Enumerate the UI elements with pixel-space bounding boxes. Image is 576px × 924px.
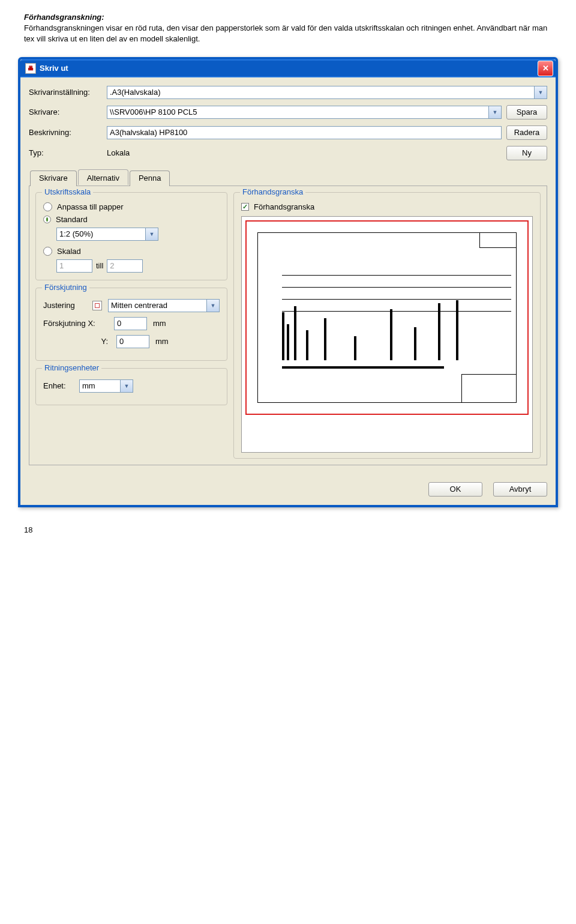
delete-button[interactable]: Radera [506, 125, 547, 140]
printer-value: \\SRV006\HP 8100 PCL5 [110, 107, 197, 116]
chevron-down-icon[interactable] [534, 86, 547, 98]
scale-to-input[interactable]: 2 [107, 259, 143, 273]
legend-offset: Förskjutning [42, 283, 89, 292]
radio-scaled[interactable] [43, 247, 52, 256]
dialog-title: Skriv ut [40, 64, 68, 73]
center-icon [92, 301, 102, 310]
preview-area [241, 216, 533, 453]
ok-button[interactable]: OK [428, 482, 482, 497]
radio-standard-label: Standard [56, 215, 88, 224]
justify-select[interactable]: Mitten centrerad [108, 299, 220, 312]
scale-value: 1:2 (50%) [59, 229, 93, 238]
group-scale: Utskriftsskala Anpassa till papper Stand… [35, 192, 227, 280]
label-printer-setting: Skrivarinställning: [29, 88, 107, 97]
save-button[interactable]: Spara [506, 105, 547, 119]
legend-preview: Förhandsgranska [240, 187, 305, 196]
print-dialog: 🖶 Skriv ut ✕ Skrivarinställning: .A3(Hal… [18, 57, 558, 507]
group-offset: Förskjutning Justering Mitten centrerad … [35, 288, 227, 361]
printer-combo[interactable]: \\SRV006\HP 8100 PCL5 [107, 106, 502, 119]
tab-skrivare[interactable]: Skrivare [30, 171, 77, 186]
chevron-down-icon[interactable] [145, 228, 158, 240]
radio-standard[interactable] [43, 216, 51, 223]
group-preview: Förhandsgranska Förhandsgranska [233, 192, 541, 459]
app-icon: 🖶 [25, 63, 36, 74]
unit-select[interactable]: mm [79, 379, 133, 393]
label-description: Beskrivning: [29, 128, 107, 137]
titlebar[interactable]: 🖶 Skriv ut ✕ [20, 59, 556, 77]
tab-penna[interactable]: Penna [130, 171, 170, 186]
preview-checkbox[interactable] [241, 203, 249, 211]
doc-heading: Förhandsgranskning: [24, 12, 552, 23]
unit-label: mm [155, 337, 169, 346]
tab-panel: Utskriftsskala Anpassa till papper Stand… [29, 186, 547, 465]
unit-label: mm [153, 319, 166, 328]
close-icon[interactable]: ✕ [538, 61, 553, 76]
radio-fit-label: Anpassa till papper [57, 202, 124, 211]
radio-fit[interactable] [43, 202, 52, 211]
offset-y-input[interactable]: 0 [116, 335, 149, 348]
legend-units: Ritningsenheter [42, 363, 101, 372]
offset-x-label: Förskjutning X: [43, 319, 108, 328]
offset-y-label: Y: [43, 337, 110, 346]
chevron-down-icon[interactable] [206, 300, 219, 312]
new-button[interactable]: Ny [506, 146, 547, 160]
printer-setting-combo[interactable]: .A3(Halvskala) [107, 86, 547, 99]
printer-setting-value: .A3(Halvskala) [110, 88, 161, 97]
preview-checkbox-label: Förhandsgranska [254, 202, 314, 211]
paper-outline [245, 220, 529, 415]
label-type: Typ: [29, 148, 107, 157]
justify-value: Mitten centrerad [111, 301, 167, 310]
unit-label: Enhet: [43, 381, 73, 390]
scale-from-input[interactable]: 1 [56, 259, 92, 273]
scale-to-label: till [96, 261, 103, 270]
radio-scaled-label: Skalad [57, 247, 81, 256]
scale-select[interactable]: 1:2 (50%) [56, 228, 158, 241]
type-value: Lokala [107, 148, 502, 157]
chevron-down-icon[interactable] [120, 380, 133, 392]
description-value: A3(halvskala) HP8100 [110, 128, 187, 137]
chevron-down-icon[interactable] [488, 106, 501, 118]
drawing-preview [257, 232, 517, 403]
description-input[interactable]: A3(halvskala) HP8100 [107, 126, 502, 139]
label-printer: Skrivare: [29, 107, 107, 116]
group-units: Ritningsenheter Enhet: mm [35, 368, 227, 405]
tab-alternativ[interactable]: Alternativ [78, 169, 128, 185]
unit-value: mm [82, 381, 95, 390]
legend-scale: Utskriftsskala [42, 187, 93, 196]
page-number: 18 [0, 507, 576, 570]
justify-label: Justering [43, 301, 86, 310]
offset-x-input[interactable]: 0 [114, 317, 147, 330]
cancel-button[interactable]: Avbryt [493, 482, 547, 497]
doc-body: Förhandsgranskningen visar en röd ruta, … [24, 23, 552, 44]
